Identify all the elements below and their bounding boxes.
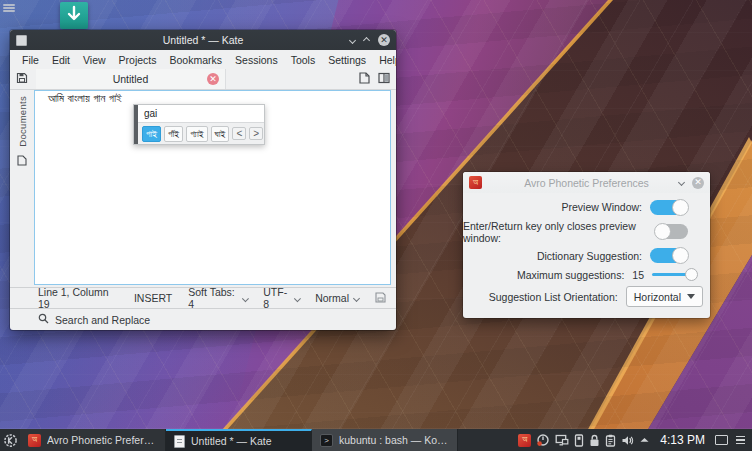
orientation-dropdown[interactable]: Horizontal (626, 286, 703, 307)
maximize-icon[interactable] (363, 36, 370, 43)
menu-settings[interactable]: Settings (328, 54, 366, 66)
suggestion-item[interactable]: ঘাই (211, 126, 230, 142)
avro-suggestion-popup: gai গাই গাঁই গ্যাই ঘাই < > (133, 104, 265, 145)
popup-suggestion-row: গাই গাঁই গ্যাই ঘাই < > (134, 122, 264, 144)
avro-app-icon: অ (469, 176, 482, 189)
documents-icon (17, 152, 27, 170)
chevron-down-icon (687, 294, 695, 299)
avro-titlebar[interactable]: অ Avro Phonetic Preferences ✕ (463, 172, 710, 193)
maximum-suggestions-slider[interactable] (652, 268, 698, 281)
suggestion-item[interactable]: গ্যাই (186, 126, 207, 142)
search-and-replace-label: Search and Replace (55, 314, 150, 326)
menu-file[interactable]: File (22, 54, 39, 66)
application-launcher-button[interactable] (0, 429, 20, 451)
popup-grip-handle[interactable] (134, 105, 138, 144)
tab-close-icon[interactable]: ✕ (207, 73, 219, 85)
panel-settings-icon[interactable] (733, 436, 748, 445)
enter-closes-toggle[interactable] (655, 224, 688, 239)
close-icon[interactable]: ✕ (378, 34, 390, 46)
task-konsole[interactable]: > kubuntu : bash — Konsole (312, 429, 458, 451)
pref-row-maximum-suggestions: Maximum suggestions: 15 (463, 268, 710, 281)
menu-sessions[interactable]: Sessions (235, 54, 278, 66)
highlight-mode-dropdown[interactable]: Normal (315, 292, 359, 304)
desktop: Untitled * — Kate ✕ File Edit View Proje… (0, 0, 752, 451)
taskbar-panel: অ Avro Phonetic Preferences Untitled * —… (0, 429, 752, 451)
menu-view[interactable]: View (83, 54, 106, 66)
avro-task-icon: অ (28, 434, 41, 447)
clipboard-icon[interactable] (605, 434, 616, 447)
split-view-icon[interactable] (378, 70, 390, 88)
maximum-suggestions-label: Maximum suggestions: (517, 269, 624, 281)
minimize-icon[interactable] (349, 36, 356, 43)
kate-menubar: File Edit View Projects Bookmarks Sessio… (10, 50, 396, 69)
avro-tray-icon[interactable]: অ (518, 434, 531, 447)
close-icon[interactable]: ✕ (692, 177, 704, 189)
menu-tools[interactable]: Tools (291, 54, 316, 66)
search-icon (38, 313, 49, 326)
menu-bookmarks[interactable]: Bookmarks (170, 54, 223, 66)
pref-row-dictionary-suggestion: Dictionary Suggestion: (463, 248, 710, 263)
display-settings-icon[interactable] (555, 434, 569, 447)
kate-window: Untitled * — Kate ✕ File Edit View Proje… (10, 30, 396, 330)
kate-task-icon (174, 435, 185, 448)
menu-projects[interactable]: Projects (119, 54, 157, 66)
suggestion-item-selected[interactable]: গাই (142, 126, 161, 142)
menu-edit[interactable]: Edit (52, 54, 70, 66)
desktop-toolbox-hamburger-icon[interactable] (2, 2, 16, 14)
task-kate[interactable]: Untitled * — Kate (166, 429, 312, 451)
enter-closes-label: Enter/Return key only closes preview win… (463, 220, 647, 244)
suggestion-item[interactable]: গাঁই (164, 126, 183, 142)
statusbar-save-icon[interactable] (375, 292, 386, 305)
editor-area[interactable]: আমি বাংলায় গান গাই gai গাই গাঁই গ্যাই ঘ… (34, 90, 391, 285)
cursor-position-label[interactable]: Line 1, Column 19 (38, 286, 120, 310)
konsole-task-icon: > (320, 434, 333, 447)
preview-window-label: Preview Window: (561, 201, 642, 213)
maximum-suggestions-value: 15 (632, 269, 644, 281)
soft-tabs-dropdown[interactable]: Soft Tabs: 4 (188, 286, 247, 310)
pref-row-enter-closes: Enter/Return key only closes preview win… (463, 220, 710, 244)
insert-mode-button[interactable]: INSERT (134, 292, 172, 304)
sidebar-tab-documents[interactable]: Documents (17, 96, 28, 147)
install-kubuntu-desktop-icon[interactable] (50, 2, 98, 32)
task-avro-preferences[interactable]: অ Avro Phonetic Preferences (20, 429, 166, 451)
system-tray: অ 4:13 PM (518, 429, 752, 451)
new-document-icon[interactable] (359, 70, 370, 88)
suggestion-prev-button[interactable]: < (232, 127, 246, 140)
suggestion-next-button[interactable]: > (249, 127, 263, 140)
kate-left-sidebar: Documents (10, 90, 34, 287)
editor-text-line: আমি বাংলায় গান গাই (35, 91, 390, 105)
tab-untitled[interactable]: Untitled ✕ (36, 69, 226, 89)
menu-help[interactable]: Help (379, 54, 396, 66)
dictionary-suggestion-toggle[interactable] (650, 248, 688, 263)
install-arrow-icon (60, 2, 88, 29)
orientation-label: Suggestion List Orientation: (489, 291, 618, 303)
digital-clock[interactable]: 4:13 PM (655, 433, 710, 447)
dictionary-suggestion-label: Dictionary Suggestion: (537, 250, 642, 262)
kde-logo-icon (3, 433, 18, 448)
tab-label: Untitled (113, 73, 149, 85)
avro-dialog-title: Avro Phonetic Preferences (463, 177, 710, 189)
expand-tray-arrow-icon[interactable] (639, 436, 650, 444)
minimize-icon[interactable] (678, 179, 685, 186)
kate-tabbar: Untitled ✕ (10, 69, 396, 90)
save-icon[interactable] (16, 70, 28, 88)
popup-typed-text: gai (134, 105, 264, 122)
kate-window-title: Untitled * — Kate (10, 34, 396, 46)
avro-preferences-dialog: অ Avro Phonetic Preferences ✕ Preview Wi… (463, 172, 710, 318)
lock-icon[interactable] (589, 434, 600, 447)
device-notifier-icon[interactable] (574, 434, 584, 447)
pref-row-preview-window: Preview Window: (463, 200, 710, 215)
kate-statusbar: Line 1, Column 19 INSERT Soft Tabs: 4 UT… (10, 287, 396, 308)
pref-row-orientation: Suggestion List Orientation: Horizontal (463, 286, 710, 307)
preview-window-toggle[interactable] (650, 200, 688, 215)
search-and-replace-toolview[interactable]: Search and Replace (10, 308, 396, 330)
session-status-icon[interactable] (536, 433, 550, 447)
kate-titlebar[interactable]: Untitled * — Kate ✕ (10, 30, 396, 50)
show-desktop-pager[interactable] (715, 435, 728, 445)
encoding-dropdown[interactable]: UTF-8 (263, 286, 299, 310)
volume-icon[interactable] (621, 434, 634, 447)
